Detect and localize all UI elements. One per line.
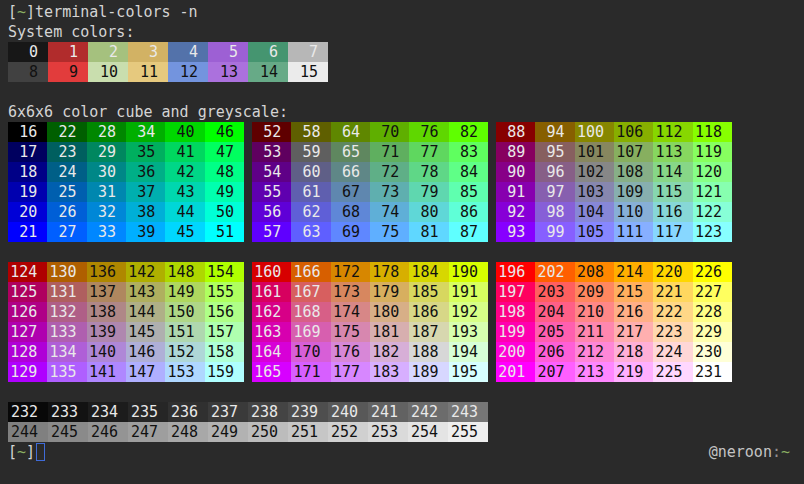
prompt-tilde: ~ — [17, 3, 26, 21]
color-swatch-90: 90 — [496, 162, 535, 182]
color-swatch-242: 242 — [408, 402, 448, 422]
right-prompt-user: @neroon — [709, 443, 772, 461]
color-swatch-129: 129 — [8, 362, 47, 382]
color-swatch-173: 173 — [331, 282, 370, 302]
color-swatch-208: 208 — [575, 262, 614, 282]
color-swatch-88: 88 — [496, 122, 535, 142]
color-swatch-68: 68 — [331, 202, 370, 222]
cube-row: 9399105111117123 — [496, 222, 732, 242]
color-swatch-243: 243 — [448, 402, 488, 422]
color-swatch-247: 247 — [128, 422, 168, 442]
color-swatch-64: 64 — [331, 122, 370, 142]
color-swatch-231: 231 — [693, 362, 732, 382]
color-swatch-109: 109 — [614, 182, 653, 202]
color-swatch-14: 14 — [248, 62, 288, 82]
color-swatch-192: 192 — [449, 302, 488, 322]
color-swatch-248: 248 — [168, 422, 208, 442]
color-swatch-15: 15 — [288, 62, 328, 82]
color-swatch-177: 177 — [331, 362, 370, 382]
color-swatch-103: 103 — [575, 182, 614, 202]
color-swatch-151: 151 — [165, 322, 204, 342]
color-swatch-119: 119 — [693, 142, 732, 162]
prompt-line-bottom: [~]@neroon:~ — [8, 442, 804, 462]
color-swatch-1: 1 — [48, 42, 88, 62]
color-swatch-13: 13 — [208, 62, 248, 82]
color-swatch-21: 21 — [8, 222, 47, 242]
color-swatch-35: 35 — [126, 142, 165, 162]
color-swatch-168: 168 — [291, 302, 330, 322]
color-swatch-62: 62 — [291, 202, 330, 222]
color-swatch-39: 39 — [126, 222, 165, 242]
color-swatch-115: 115 — [653, 182, 692, 202]
color-swatch-174: 174 — [331, 302, 370, 322]
color-swatch-118: 118 — [693, 122, 732, 142]
cube-row: 199205211217223229 — [496, 322, 732, 342]
terminal-window[interactable]: [~]terminal-colors -n System colors: 012… — [0, 0, 804, 484]
color-swatch-138: 138 — [87, 302, 126, 322]
cube-row: 212733394551 — [8, 222, 244, 242]
color-swatch-56: 56 — [252, 202, 291, 222]
cube-row: 535965717783 — [252, 142, 488, 162]
color-swatch-61: 61 — [291, 182, 330, 202]
cube-row: 165171177183189195 — [252, 362, 488, 382]
color-swatch-127: 127 — [8, 322, 47, 342]
cube-row: 163169175181187193 — [252, 322, 488, 342]
color-swatch-83: 83 — [449, 142, 488, 162]
color-swatch-160: 160 — [252, 262, 291, 282]
color-swatch-28: 28 — [87, 122, 126, 142]
color-swatch-73: 73 — [370, 182, 409, 202]
color-swatch-107: 107 — [614, 142, 653, 162]
color-swatch-249: 249 — [208, 422, 248, 442]
color-swatch-186: 186 — [409, 302, 448, 322]
color-swatch-204: 204 — [535, 302, 574, 322]
color-swatch-58: 58 — [291, 122, 330, 142]
color-swatch-80: 80 — [409, 202, 448, 222]
color-swatch-42: 42 — [165, 162, 204, 182]
color-swatch-254: 254 — [408, 422, 448, 442]
color-swatch-218: 218 — [614, 342, 653, 362]
color-swatch-224: 224 — [653, 342, 692, 362]
color-swatch-31: 31 — [87, 182, 126, 202]
color-swatch-123: 123 — [693, 222, 732, 242]
color-swatch-180: 180 — [370, 302, 409, 322]
color-swatch-146: 146 — [126, 342, 165, 362]
cube-row: 164170176182188194 — [252, 342, 488, 362]
color-swatch-97: 97 — [535, 182, 574, 202]
color-swatch-235: 235 — [128, 402, 168, 422]
color-swatch-166: 166 — [291, 262, 330, 282]
color-swatch-215: 215 — [614, 282, 653, 302]
color-swatch-34: 34 — [126, 122, 165, 142]
cube-row: 8995101107113119 — [496, 142, 732, 162]
terminal-cursor[interactable] — [36, 443, 45, 461]
color-swatch-91: 91 — [496, 182, 535, 202]
color-swatch-175: 175 — [331, 322, 370, 342]
color-swatch-98: 98 — [535, 202, 574, 222]
color-swatch-95: 95 — [535, 142, 574, 162]
cube-row: 9197103109115121 — [496, 182, 732, 202]
color-swatch-137: 137 — [87, 282, 126, 302]
color-swatch-112: 112 — [653, 122, 692, 142]
cube-row: 124130136142148154 — [8, 262, 244, 282]
color-swatch-76: 76 — [409, 122, 448, 142]
color-swatch-66: 66 — [331, 162, 370, 182]
cube-row: 129135141147153159 — [8, 362, 244, 382]
color-swatch-74: 74 — [370, 202, 409, 222]
color-swatch-128: 128 — [8, 342, 47, 362]
color-swatch-220: 220 — [653, 262, 692, 282]
color-swatch-2: 2 — [88, 42, 128, 62]
color-swatch-59: 59 — [291, 142, 330, 162]
prompt-bracket-close: ] — [26, 443, 35, 461]
color-swatch-19: 19 — [8, 182, 47, 202]
color-swatch-16: 16 — [8, 122, 47, 142]
color-swatch-244: 244 — [8, 422, 48, 442]
color-swatch-165: 165 — [252, 362, 291, 382]
color-swatch-102: 102 — [575, 162, 614, 182]
color-swatch-89: 89 — [496, 142, 535, 162]
color-swatch-7: 7 — [288, 42, 328, 62]
color-swatch-84: 84 — [449, 162, 488, 182]
color-swatch-63: 63 — [291, 222, 330, 242]
color-swatch-209: 209 — [575, 282, 614, 302]
color-swatch-140: 140 — [87, 342, 126, 362]
color-swatch-161: 161 — [252, 282, 291, 302]
color-swatch-201: 201 — [496, 362, 535, 382]
